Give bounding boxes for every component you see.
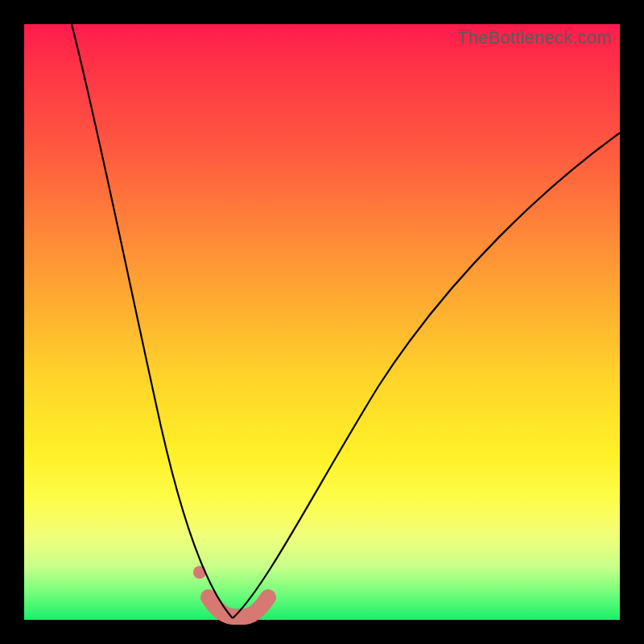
right-branch: [233, 133, 620, 618]
chart-frame: TheBottleneck.com: [0, 0, 644, 644]
left-branch: [72, 24, 233, 618]
plot-area: TheBottleneck.com: [24, 24, 620, 620]
curve-svg: [24, 24, 620, 620]
